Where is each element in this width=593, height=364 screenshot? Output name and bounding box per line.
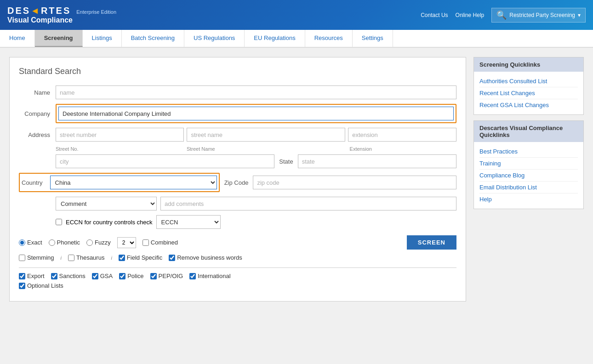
best-practices-link[interactable]: Best Practices bbox=[479, 146, 578, 158]
thesaurus-info-icon: i bbox=[111, 255, 112, 261]
thesaurus-checkbox[interactable] bbox=[68, 255, 74, 261]
divider bbox=[19, 267, 456, 268]
export-check[interactable]: Export bbox=[19, 273, 45, 279]
right-panel: Screening Quicklinks Authorities Consult… bbox=[473, 57, 584, 301]
nav-resources[interactable]: Resources bbox=[305, 30, 353, 47]
eccn-select[interactable]: ECCN bbox=[156, 215, 221, 229]
sanctions-checkbox[interactable] bbox=[51, 273, 57, 279]
zip-input[interactable] bbox=[253, 176, 456, 189]
remove-biz-checkbox[interactable] bbox=[169, 255, 175, 261]
sanctions-label: Sanctions bbox=[59, 273, 86, 279]
optional-check[interactable]: Optional Lists bbox=[19, 282, 63, 289]
field-specific-option[interactable]: Field Specific bbox=[119, 254, 162, 261]
nav-home[interactable]: Home bbox=[0, 30, 35, 47]
match-options-row: Exact Phonetic Fuzzy 213 Combined SCREEN bbox=[19, 235, 456, 250]
zip-label: Zip Code bbox=[220, 179, 253, 186]
country-label: Country bbox=[22, 179, 46, 186]
fuzzy-num-select[interactable]: 213 bbox=[117, 237, 136, 248]
gsa-check[interactable]: GSA bbox=[92, 273, 113, 279]
eccn-checkbox[interactable] bbox=[56, 219, 62, 225]
help-link[interactable]: Help bbox=[479, 193, 578, 205]
phonetic-option[interactable]: Phonetic bbox=[49, 239, 80, 246]
international-check[interactable]: International bbox=[189, 273, 231, 279]
gsa-checkbox[interactable] bbox=[92, 273, 98, 279]
sanctions-check[interactable]: Sanctions bbox=[51, 273, 86, 279]
export-label: Export bbox=[27, 273, 45, 279]
nav-batch-screening[interactable]: Batch Screening bbox=[122, 30, 184, 47]
stemming-info-icon: i bbox=[61, 255, 62, 261]
nav-screening[interactable]: Screening bbox=[35, 30, 83, 47]
fuzzy-option[interactable]: Fuzzy bbox=[86, 239, 111, 246]
thesaurus-label: Thesaurus bbox=[76, 254, 104, 261]
name-input[interactable] bbox=[56, 85, 456, 99]
pep-checkbox[interactable] bbox=[150, 273, 157, 279]
company-input[interactable] bbox=[58, 107, 454, 120]
screen-button[interactable]: SCREEN bbox=[407, 235, 456, 250]
comment-row: Comment bbox=[56, 197, 456, 210]
street-number-input[interactable] bbox=[56, 128, 184, 142]
recent-gsa-link[interactable]: Recent GSA List Changes bbox=[479, 99, 578, 111]
dvc-quicklinks-section: Descartes Visual Compliance Quicklinks B… bbox=[473, 120, 584, 209]
comment-select[interactable]: Comment bbox=[56, 197, 157, 210]
nav-us-regulations[interactable]: US Regulations bbox=[184, 30, 245, 47]
exact-option[interactable]: Exact bbox=[19, 239, 42, 246]
combined-label: Combined bbox=[151, 239, 178, 246]
nav-eu-regulations[interactable]: EU Regulations bbox=[245, 30, 305, 47]
name-row: Name bbox=[19, 85, 456, 99]
contact-us-link[interactable]: Contact Us bbox=[421, 12, 448, 18]
exact-radio[interactable] bbox=[19, 239, 25, 246]
rps-label: Restricted Party Screening bbox=[509, 12, 575, 18]
online-help-link[interactable]: Online Help bbox=[456, 12, 485, 18]
combined-checkbox[interactable] bbox=[143, 239, 149, 246]
nav-settings[interactable]: Settings bbox=[353, 30, 393, 47]
extension-input[interactable] bbox=[348, 128, 456, 142]
company-label: Company bbox=[19, 110, 56, 117]
address-inputs bbox=[56, 128, 456, 142]
screening-quicklinks-links: Authorities Consulted List Recent List C… bbox=[474, 72, 583, 114]
add-comments-input[interactable] bbox=[160, 197, 456, 210]
international-checkbox[interactable] bbox=[189, 273, 196, 279]
stemming-checkbox[interactable] bbox=[19, 255, 25, 261]
street-name-input[interactable] bbox=[187, 128, 345, 142]
extension-label: Extension bbox=[350, 146, 456, 152]
header-links: Contact Us Online Help bbox=[421, 12, 484, 18]
compliance-blog-link[interactable]: Compliance Blog bbox=[479, 170, 578, 182]
fuzzy-radio[interactable] bbox=[86, 239, 93, 246]
nav-listings[interactable]: Listings bbox=[83, 30, 122, 47]
remove-biz-option[interactable]: Remove business words bbox=[169, 254, 242, 261]
training-link[interactable]: Training bbox=[479, 158, 578, 170]
state-input[interactable] bbox=[298, 154, 456, 168]
field-specific-checkbox[interactable] bbox=[119, 255, 125, 261]
left-panel: Standard Search Name Company Address Str… bbox=[9, 57, 466, 301]
dvc-quicklinks-links: Best Practices Training Compliance Blog … bbox=[474, 142, 583, 209]
street-name-label: Street Name bbox=[187, 146, 347, 152]
street-no-label: Street No. bbox=[56, 146, 184, 152]
phonetic-radio[interactable] bbox=[49, 239, 55, 246]
authorities-link[interactable]: Authorities Consulted List bbox=[479, 75, 578, 87]
eccn-label: ECCN for country controls check bbox=[66, 219, 153, 226]
header-right: Contact Us Online Help 🔍 Restricted Part… bbox=[421, 8, 586, 23]
address-sub-labels: Street No. Street Name Extension bbox=[56, 146, 456, 152]
export-checkbox[interactable] bbox=[19, 273, 25, 279]
city-state-row: State bbox=[19, 154, 456, 168]
police-check[interactable]: Police bbox=[119, 273, 143, 279]
stemming-option[interactable]: Stemming bbox=[19, 254, 54, 261]
sub-brand: Visual Compliance bbox=[7, 16, 116, 24]
email-dist-link[interactable]: Email Distribution List bbox=[479, 182, 578, 193]
fuzzy-label: Fuzzy bbox=[95, 239, 111, 246]
list-checkboxes-row: Export Sanctions GSA Police PEP/OIG Inte… bbox=[19, 273, 456, 279]
search-icon: 🔍 bbox=[496, 10, 507, 20]
rps-button[interactable]: 🔍 Restricted Party Screening ▾ bbox=[491, 8, 586, 23]
city-input[interactable] bbox=[56, 154, 274, 168]
header: DES◄RTES Enterprise Edition Visual Compl… bbox=[0, 0, 593, 30]
police-checkbox[interactable] bbox=[119, 273, 125, 279]
brand-name: DES◄RTES bbox=[7, 6, 71, 16]
combined-option[interactable]: Combined bbox=[143, 239, 178, 246]
pep-check[interactable]: PEP/OIG bbox=[150, 273, 183, 279]
country-select[interactable]: China United States Germany France Japan bbox=[50, 176, 217, 189]
recent-list-link[interactable]: Recent List Changes bbox=[479, 87, 578, 99]
optional-checkbox[interactable] bbox=[19, 283, 25, 289]
section-title: Standard Search bbox=[19, 67, 456, 76]
thesaurus-option[interactable]: Thesaurus bbox=[68, 254, 104, 261]
gsa-label: GSA bbox=[100, 273, 113, 279]
